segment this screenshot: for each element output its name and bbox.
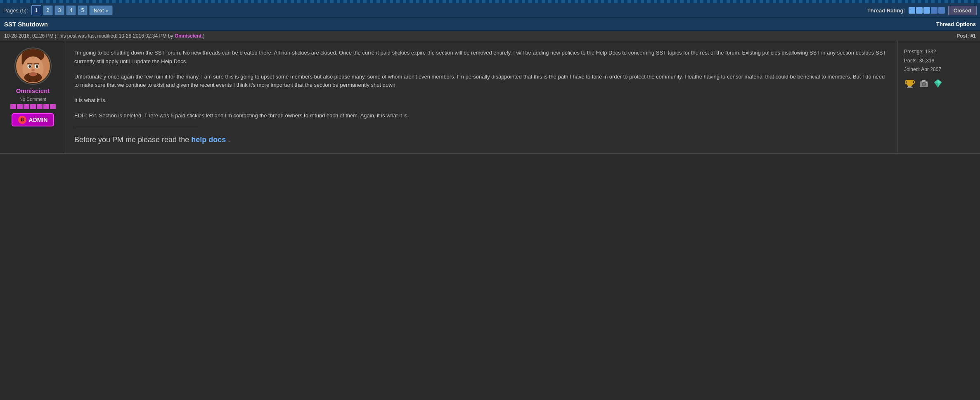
user-stars bbox=[10, 104, 56, 109]
before-pm-text: Before you PM me please read the bbox=[74, 136, 191, 144]
svg-point-12 bbox=[29, 72, 37, 76]
svg-point-23 bbox=[923, 83, 925, 86]
star-1 bbox=[909, 7, 915, 14]
gem-icon bbox=[932, 78, 944, 89]
help-docs-link[interactable]: help docs bbox=[191, 136, 226, 144]
thread-options-button[interactable]: Thread Options bbox=[936, 21, 976, 27]
page-4-button[interactable]: 4 bbox=[66, 5, 76, 15]
post-paragraph-1: I'm going to be shutting down the SST fo… bbox=[74, 49, 889, 66]
top-bar: Pages (5): 1 2 3 4 5 Next » Thread Ratin… bbox=[0, 3, 980, 18]
user-title: No Comment bbox=[19, 97, 46, 102]
thread-rating-area: Thread Rating: Closed bbox=[867, 6, 977, 15]
user-star-2 bbox=[17, 104, 23, 109]
camera-icon bbox=[918, 78, 930, 89]
user-star-6 bbox=[43, 104, 49, 109]
page-3-button[interactable]: 3 bbox=[54, 5, 64, 15]
post-date-close: ) bbox=[203, 33, 205, 39]
pagination-area: Pages (5): 1 2 3 4 5 Next » bbox=[3, 5, 113, 15]
svg-point-16 bbox=[22, 119, 24, 120]
post-paragraph-2: Unfortunately once again the few ruin it… bbox=[74, 73, 889, 90]
star-2 bbox=[916, 7, 923, 14]
posts-stat: Posts: 35,319 bbox=[904, 57, 974, 66]
page-5-button[interactable]: 5 bbox=[78, 5, 88, 15]
user-star-3 bbox=[24, 104, 29, 109]
closed-badge: Closed bbox=[948, 6, 977, 15]
svg-rect-18 bbox=[23, 120, 24, 121]
admin-icon bbox=[18, 116, 26, 124]
post-date: 10-28-2016, 02:26 PM (This post was last… bbox=[4, 33, 205, 39]
svg-rect-24 bbox=[922, 80, 926, 82]
user-star-5 bbox=[37, 104, 43, 109]
post-number: Post: #1 bbox=[956, 33, 976, 39]
post-meta-bar: 10-28-2016, 02:26 PM (This post was last… bbox=[0, 31, 980, 41]
post-date-text: 10-28-2016, 02:26 PM (This post was last… bbox=[4, 33, 175, 39]
post-paragraph-3: It is what it is. bbox=[74, 96, 889, 105]
star-5 bbox=[938, 7, 945, 14]
svg-point-6 bbox=[28, 65, 31, 68]
svg-point-15 bbox=[21, 119, 22, 120]
svg-rect-17 bbox=[21, 120, 22, 121]
page-1-button[interactable]: 1 bbox=[31, 5, 41, 15]
post-content: I'm going to be shutting down the SST fo… bbox=[66, 41, 897, 153]
pages-label: Pages (5): bbox=[3, 7, 28, 14]
user-star-1 bbox=[10, 104, 16, 109]
user-sidebar: Omniscient No Comment bbox=[0, 41, 66, 153]
rating-stars bbox=[909, 7, 945, 14]
svg-point-10 bbox=[31, 69, 35, 71]
svg-rect-9 bbox=[33, 63, 39, 64]
user-badges-row bbox=[904, 78, 974, 89]
svg-point-13 bbox=[20, 117, 24, 121]
post-content-and-stats: I'm going to be shutting down the SST fo… bbox=[66, 41, 980, 153]
username-display: Omniscient bbox=[16, 87, 50, 94]
post-modified-by: Omniscient. bbox=[175, 33, 203, 39]
star-3 bbox=[923, 7, 930, 14]
user-stats: Prestige: 1332 Posts: 35,319 Joined: Apr… bbox=[897, 41, 980, 153]
user-star-7 bbox=[50, 104, 56, 109]
post-area: Omniscient No Comment bbox=[0, 41, 980, 154]
user-star-4 bbox=[30, 104, 36, 109]
period-text: . bbox=[226, 136, 230, 144]
svg-rect-14 bbox=[21, 121, 24, 122]
post-edit-text: EDIT: F'it. Section is deleted. There wa… bbox=[74, 112, 409, 119]
post-right: I'm going to be shutting down the SST fo… bbox=[66, 41, 980, 153]
admin-label: ADMIN bbox=[29, 117, 48, 123]
svg-point-7 bbox=[36, 65, 38, 68]
trophy-icon bbox=[904, 78, 916, 89]
prestige-stat: Prestige: 1332 bbox=[904, 48, 974, 57]
joined-stat: Joined: Apr 2007 bbox=[904, 65, 974, 74]
svg-rect-8 bbox=[27, 63, 33, 64]
thread-title: SST Shutdown bbox=[4, 21, 48, 28]
svg-rect-20 bbox=[907, 87, 913, 88]
avatar bbox=[14, 48, 52, 85]
post-divider bbox=[74, 127, 198, 127]
next-button[interactable]: Next » bbox=[89, 5, 113, 15]
star-4 bbox=[931, 7, 937, 14]
thread-rating-label: Thread Rating: bbox=[867, 7, 905, 14]
dot-border bbox=[0, 0, 980, 3]
thread-title-bar: SST Shutdown Thread Options bbox=[0, 18, 980, 31]
before-pm-paragraph: Before you PM me please read the help do… bbox=[74, 134, 889, 146]
admin-badge: ADMIN bbox=[12, 113, 54, 126]
page-2-button[interactable]: 2 bbox=[43, 5, 53, 15]
post-paragraph-4: EDIT: F'it. Section is deleted. There wa… bbox=[74, 112, 889, 120]
svg-rect-25 bbox=[926, 82, 927, 83]
